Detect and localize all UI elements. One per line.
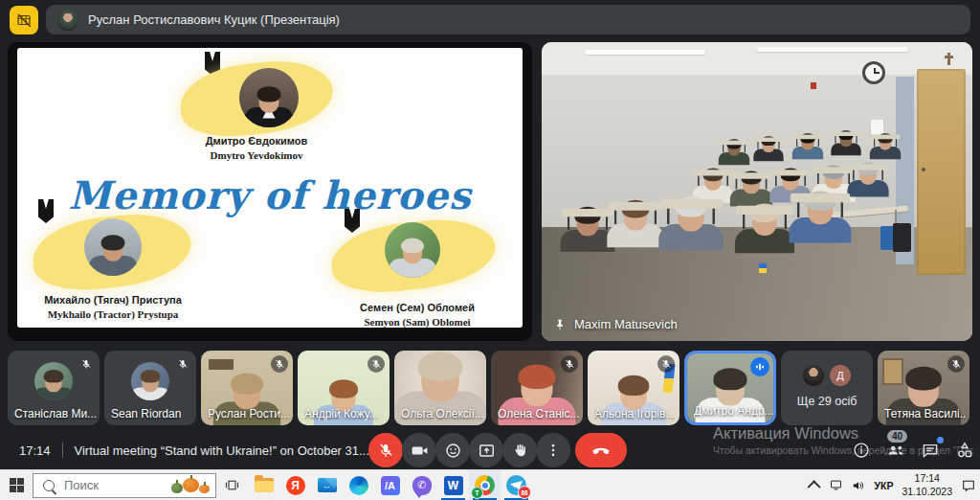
language-indicator[interactable]: УКР: [874, 480, 893, 491]
portrait-photo: [239, 68, 299, 127]
ukraine-flag: [759, 263, 767, 273]
task-view-button[interactable]: [216, 470, 248, 500]
speaker-name: Руслан Ростиславович Куцик (Презентація): [88, 12, 340, 27]
mic-muted-badge: [271, 355, 288, 373]
participant-tile[interactable]: Андрій Кожу...: [298, 351, 390, 425]
mail-button[interactable]: [311, 470, 343, 500]
start-button[interactable]: [0, 470, 33, 500]
student-desk: [754, 137, 783, 142]
participant-tile[interactable]: Дмитро Андр...: [684, 351, 776, 425]
tray-clock[interactable]: 17:14 31.10.2023: [902, 472, 952, 497]
mic-muted-badge: [78, 355, 95, 373]
student-desk: [870, 134, 900, 139]
student-desk: [791, 193, 850, 203]
participant-tile[interactable]: Ольга Олексії...: [394, 351, 486, 425]
tray-device-icon[interactable]: [829, 478, 843, 492]
edge-button[interactable]: [343, 470, 374, 500]
shared-presentation-tile[interactable]: Дмитро Євдокимов Dmytro Yevdokimov Memor…: [8, 42, 532, 341]
participant-name: Тетяна Василі...: [884, 407, 967, 420]
call-controls: [368, 433, 626, 467]
participant-tile[interactable]: Sean Riordan: [104, 351, 196, 425]
pinned-video-tile[interactable]: Maxim Matusevich: [542, 42, 972, 341]
myoffice-button[interactable]: /A: [374, 470, 406, 500]
shapes-icon: [955, 441, 974, 460]
top-bar: Руслан Ростиславович Куцик (Презентація): [0, 0, 980, 40]
word-icon: W: [444, 476, 463, 495]
action-center-button[interactable]: [961, 478, 976, 493]
viber-button[interactable]: ✆: [406, 470, 437, 500]
presentation-off-badge[interactable]: [10, 6, 38, 34]
edge-icon: [349, 476, 368, 495]
student-desk: [770, 170, 811, 175]
audio-activity-icon: [754, 361, 766, 373]
info-icon: [852, 441, 871, 460]
participant-tile[interactable]: Тетяна Василі...: [878, 351, 969, 425]
telegram-button[interactable]: 86: [501, 470, 532, 500]
participant-name: Ольга Олексії...: [401, 407, 483, 420]
meet-side-controls: 40: [850, 439, 976, 462]
participant-tile[interactable]: Олена Станіс...: [491, 351, 583, 425]
windows-taskbar: Я /A ✆ W T 86 УКР 17:14 31.10.2023: [0, 469, 980, 500]
pinned-participant-label: Maxim Matusevich: [553, 317, 678, 331]
participants-button[interactable]: 40: [884, 439, 907, 462]
portrait-photo: [84, 218, 142, 276]
search-input[interactable]: [62, 477, 162, 493]
end-call-button[interactable]: [575, 433, 627, 467]
participant-name: Руслан Рости...: [208, 407, 290, 420]
mic-muted-badge: [561, 355, 578, 373]
avatar: [131, 362, 169, 400]
participant-tile[interactable]: ДЩе 29 осіб: [781, 351, 873, 425]
student-desk: [736, 205, 793, 214]
participant-name: Олена Станіс...: [498, 407, 580, 420]
present-button[interactable]: [469, 433, 503, 467]
avatar: [803, 365, 824, 386]
taskbar-search[interactable]: [33, 473, 216, 498]
system-tray: УКР 17:14 31.10.2023: [811, 470, 976, 500]
tray-expand-chevron-icon[interactable]: [808, 480, 821, 493]
mic-muted-icon: [274, 358, 285, 370]
slash-a-app-icon: /A: [381, 476, 400, 495]
camera-icon: [411, 442, 429, 460]
student-desk: [832, 131, 860, 136]
meeting-info: 17:14 Virtual meeting “Stand with Ukrain…: [19, 443, 369, 458]
more-vert-icon: [545, 442, 562, 459]
grid-slash-icon: [15, 11, 33, 29]
participant-name: Альона Ігорів...: [594, 407, 675, 420]
mic-off-button[interactable]: [368, 433, 403, 467]
mic-muted-badge: [368, 355, 385, 373]
classroom-door: [917, 69, 967, 275]
participant-tile[interactable]: Альона Ігорів...: [588, 351, 679, 425]
hand-icon: [511, 442, 528, 459]
clock-text: 17:14: [19, 443, 51, 458]
viber-icon: ✆: [412, 476, 432, 495]
current-speaker-pill: Руслан Ростиславович Куцик (Презентація): [46, 5, 970, 34]
chrome-button[interactable]: T: [469, 470, 501, 500]
yandex-icon: Я: [286, 476, 305, 495]
mail-icon: [318, 478, 337, 492]
reactions-button[interactable]: [435, 433, 470, 467]
participant-tile[interactable]: Станіслав Ми...: [8, 351, 100, 425]
telegram-unread-badge: 86: [518, 486, 531, 499]
camera-button[interactable]: [402, 433, 436, 467]
slide-title: Memory of heroes: [17, 172, 523, 217]
slide-person-name: Семен (Сем) Обломей Semyon (Sam) Oblomei: [333, 301, 501, 328]
activities-button[interactable]: [953, 439, 976, 462]
speaker-avatar: [57, 10, 78, 31]
action-center-icon: [961, 478, 976, 493]
participant-name: Андрій Кожу...: [304, 407, 379, 420]
yandex-browser-button[interactable]: Я: [279, 470, 311, 500]
file-explorer-button[interactable]: [248, 470, 279, 500]
student-desk: [693, 170, 733, 175]
mic-muted-icon: [660, 358, 672, 370]
more-options-button[interactable]: [536, 433, 570, 467]
word-button[interactable]: W: [437, 470, 469, 500]
chat-notification-dot: [937, 437, 944, 443]
meeting-details-button[interactable]: [850, 439, 873, 462]
people-icon: [885, 440, 906, 461]
participant-tile[interactable]: Руслан Рости...: [201, 351, 293, 425]
folder-icon: [255, 478, 274, 492]
volume-icon[interactable]: [852, 479, 865, 492]
chat-button[interactable]: [919, 439, 942, 462]
raise-hand-button[interactable]: [502, 433, 537, 467]
mic-muted-badge: [174, 355, 191, 373]
